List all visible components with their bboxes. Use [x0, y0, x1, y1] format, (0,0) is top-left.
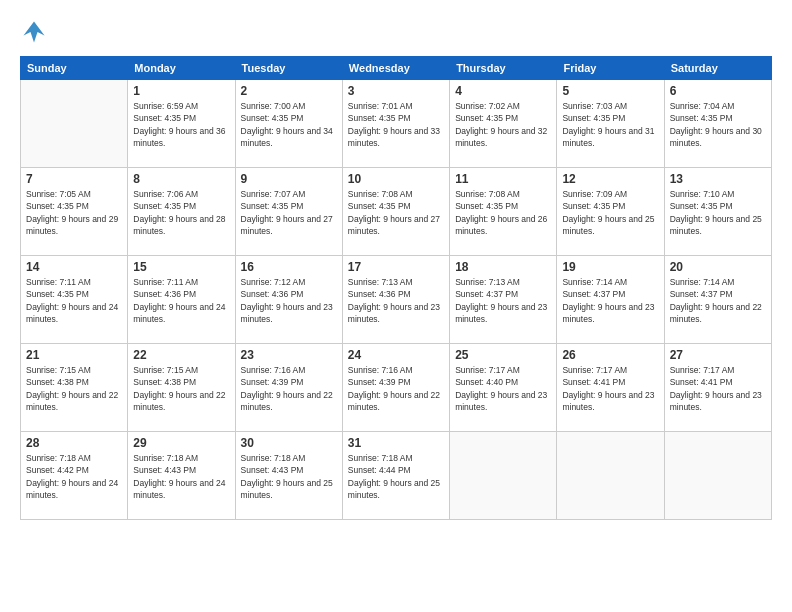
day-number: 25: [455, 348, 551, 362]
calendar-cell: 17 Sunrise: 7:13 AMSunset: 4:36 PMDaylig…: [342, 256, 449, 344]
day-number: 10: [348, 172, 444, 186]
day-number: 16: [241, 260, 337, 274]
day-info: Sunrise: 7:18 AMSunset: 4:42 PMDaylight:…: [26, 452, 122, 501]
day-info: Sunrise: 7:14 AMSunset: 4:37 PMDaylight:…: [562, 276, 658, 325]
day-info: Sunrise: 7:16 AMSunset: 4:39 PMDaylight:…: [348, 364, 444, 413]
day-number: 19: [562, 260, 658, 274]
calendar-cell: 16 Sunrise: 7:12 AMSunset: 4:36 PMDaylig…: [235, 256, 342, 344]
calendar-cell: 3 Sunrise: 7:01 AMSunset: 4:35 PMDayligh…: [342, 80, 449, 168]
calendar-cell: 4 Sunrise: 7:02 AMSunset: 4:35 PMDayligh…: [450, 80, 557, 168]
day-info: Sunrise: 7:15 AMSunset: 4:38 PMDaylight:…: [26, 364, 122, 413]
day-info: Sunrise: 7:15 AMSunset: 4:38 PMDaylight:…: [133, 364, 229, 413]
day-info: Sunrise: 6:59 AMSunset: 4:35 PMDaylight:…: [133, 100, 229, 149]
calendar-week-4: 21 Sunrise: 7:15 AMSunset: 4:38 PMDaylig…: [21, 344, 772, 432]
header: [20, 18, 772, 46]
calendar-week-3: 14 Sunrise: 7:11 AMSunset: 4:35 PMDaylig…: [21, 256, 772, 344]
calendar-cell: 15 Sunrise: 7:11 AMSunset: 4:36 PMDaylig…: [128, 256, 235, 344]
day-info: Sunrise: 7:17 AMSunset: 4:41 PMDaylight:…: [562, 364, 658, 413]
calendar-cell: 14 Sunrise: 7:11 AMSunset: 4:35 PMDaylig…: [21, 256, 128, 344]
calendar-cell: 29 Sunrise: 7:18 AMSunset: 4:43 PMDaylig…: [128, 432, 235, 520]
col-header-friday: Friday: [557, 57, 664, 80]
calendar-cell: 6 Sunrise: 7:04 AMSunset: 4:35 PMDayligh…: [664, 80, 771, 168]
day-info: Sunrise: 7:11 AMSunset: 4:36 PMDaylight:…: [133, 276, 229, 325]
day-number: 31: [348, 436, 444, 450]
day-info: Sunrise: 7:07 AMSunset: 4:35 PMDaylight:…: [241, 188, 337, 237]
calendar-cell: [450, 432, 557, 520]
day-number: 26: [562, 348, 658, 362]
day-info: Sunrise: 7:13 AMSunset: 4:36 PMDaylight:…: [348, 276, 444, 325]
day-number: 6: [670, 84, 766, 98]
day-number: 13: [670, 172, 766, 186]
day-info: Sunrise: 7:18 AMSunset: 4:43 PMDaylight:…: [133, 452, 229, 501]
calendar-cell: 25 Sunrise: 7:17 AMSunset: 4:40 PMDaylig…: [450, 344, 557, 432]
calendar-cell: 9 Sunrise: 7:07 AMSunset: 4:35 PMDayligh…: [235, 168, 342, 256]
day-number: 12: [562, 172, 658, 186]
calendar-cell: 22 Sunrise: 7:15 AMSunset: 4:38 PMDaylig…: [128, 344, 235, 432]
day-number: 9: [241, 172, 337, 186]
calendar: SundayMondayTuesdayWednesdayThursdayFrid…: [20, 56, 772, 520]
day-info: Sunrise: 7:02 AMSunset: 4:35 PMDaylight:…: [455, 100, 551, 149]
day-info: Sunrise: 7:17 AMSunset: 4:40 PMDaylight:…: [455, 364, 551, 413]
day-info: Sunrise: 7:06 AMSunset: 4:35 PMDaylight:…: [133, 188, 229, 237]
calendar-cell: 21 Sunrise: 7:15 AMSunset: 4:38 PMDaylig…: [21, 344, 128, 432]
logo-icon: [20, 18, 48, 46]
calendar-cell: 1 Sunrise: 6:59 AMSunset: 4:35 PMDayligh…: [128, 80, 235, 168]
day-number: 20: [670, 260, 766, 274]
calendar-cell: 11 Sunrise: 7:08 AMSunset: 4:35 PMDaylig…: [450, 168, 557, 256]
calendar-cell: 5 Sunrise: 7:03 AMSunset: 4:35 PMDayligh…: [557, 80, 664, 168]
day-info: Sunrise: 7:17 AMSunset: 4:41 PMDaylight:…: [670, 364, 766, 413]
calendar-cell: 28 Sunrise: 7:18 AMSunset: 4:42 PMDaylig…: [21, 432, 128, 520]
day-info: Sunrise: 7:13 AMSunset: 4:37 PMDaylight:…: [455, 276, 551, 325]
calendar-header-row: SundayMondayTuesdayWednesdayThursdayFrid…: [21, 57, 772, 80]
calendar-cell: 7 Sunrise: 7:05 AMSunset: 4:35 PMDayligh…: [21, 168, 128, 256]
svg-marker-0: [24, 22, 45, 43]
col-header-monday: Monday: [128, 57, 235, 80]
day-number: 1: [133, 84, 229, 98]
calendar-cell: 13 Sunrise: 7:10 AMSunset: 4:35 PMDaylig…: [664, 168, 771, 256]
day-number: 3: [348, 84, 444, 98]
col-header-saturday: Saturday: [664, 57, 771, 80]
calendar-cell: 24 Sunrise: 7:16 AMSunset: 4:39 PMDaylig…: [342, 344, 449, 432]
col-header-thursday: Thursday: [450, 57, 557, 80]
col-header-wednesday: Wednesday: [342, 57, 449, 80]
page: SundayMondayTuesdayWednesdayThursdayFrid…: [0, 0, 792, 612]
calendar-cell: 8 Sunrise: 7:06 AMSunset: 4:35 PMDayligh…: [128, 168, 235, 256]
day-number: 7: [26, 172, 122, 186]
day-info: Sunrise: 7:08 AMSunset: 4:35 PMDaylight:…: [455, 188, 551, 237]
logo: [20, 18, 52, 46]
calendar-cell: 20 Sunrise: 7:14 AMSunset: 4:37 PMDaylig…: [664, 256, 771, 344]
calendar-week-2: 7 Sunrise: 7:05 AMSunset: 4:35 PMDayligh…: [21, 168, 772, 256]
day-number: 14: [26, 260, 122, 274]
day-info: Sunrise: 7:16 AMSunset: 4:39 PMDaylight:…: [241, 364, 337, 413]
day-info: Sunrise: 7:10 AMSunset: 4:35 PMDaylight:…: [670, 188, 766, 237]
day-info: Sunrise: 7:01 AMSunset: 4:35 PMDaylight:…: [348, 100, 444, 149]
col-header-tuesday: Tuesday: [235, 57, 342, 80]
day-info: Sunrise: 7:03 AMSunset: 4:35 PMDaylight:…: [562, 100, 658, 149]
day-number: 2: [241, 84, 337, 98]
day-number: 11: [455, 172, 551, 186]
calendar-cell: 26 Sunrise: 7:17 AMSunset: 4:41 PMDaylig…: [557, 344, 664, 432]
calendar-cell: 2 Sunrise: 7:00 AMSunset: 4:35 PMDayligh…: [235, 80, 342, 168]
day-info: Sunrise: 7:09 AMSunset: 4:35 PMDaylight:…: [562, 188, 658, 237]
day-number: 22: [133, 348, 229, 362]
calendar-cell: [21, 80, 128, 168]
calendar-cell: [664, 432, 771, 520]
day-number: 4: [455, 84, 551, 98]
col-header-sunday: Sunday: [21, 57, 128, 80]
day-info: Sunrise: 7:18 AMSunset: 4:44 PMDaylight:…: [348, 452, 444, 501]
day-number: 15: [133, 260, 229, 274]
day-info: Sunrise: 7:00 AMSunset: 4:35 PMDaylight:…: [241, 100, 337, 149]
day-number: 8: [133, 172, 229, 186]
day-info: Sunrise: 7:18 AMSunset: 4:43 PMDaylight:…: [241, 452, 337, 501]
calendar-cell: 23 Sunrise: 7:16 AMSunset: 4:39 PMDaylig…: [235, 344, 342, 432]
calendar-cell: 12 Sunrise: 7:09 AMSunset: 4:35 PMDaylig…: [557, 168, 664, 256]
day-number: 30: [241, 436, 337, 450]
calendar-cell: 10 Sunrise: 7:08 AMSunset: 4:35 PMDaylig…: [342, 168, 449, 256]
day-info: Sunrise: 7:11 AMSunset: 4:35 PMDaylight:…: [26, 276, 122, 325]
day-number: 29: [133, 436, 229, 450]
day-info: Sunrise: 7:05 AMSunset: 4:35 PMDaylight:…: [26, 188, 122, 237]
calendar-week-1: 1 Sunrise: 6:59 AMSunset: 4:35 PMDayligh…: [21, 80, 772, 168]
day-info: Sunrise: 7:04 AMSunset: 4:35 PMDaylight:…: [670, 100, 766, 149]
day-number: 18: [455, 260, 551, 274]
calendar-week-5: 28 Sunrise: 7:18 AMSunset: 4:42 PMDaylig…: [21, 432, 772, 520]
